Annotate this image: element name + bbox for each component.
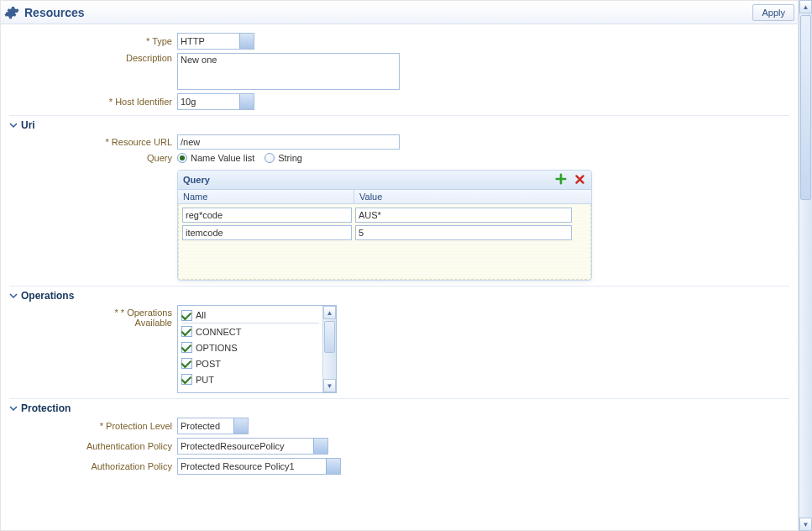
row-authn-policy: Authentication Policy ProtectedResourceP… — [9, 438, 789, 455]
checkbox-icon — [181, 310, 192, 321]
row-description: Description New one — [9, 53, 789, 90]
section-operations: Operations * Operations Available All — [9, 286, 789, 393]
protection-level-select[interactable]: Protected — [177, 418, 249, 434]
row-type: Type HTTP — [9, 33, 789, 50]
operations-scrollbar[interactable]: ▲ ▼ — [322, 306, 336, 392]
query-panel-header: Query — [178, 171, 591, 190]
label-authz-policy: Authorization Policy — [9, 461, 177, 471]
type-select[interactable]: HTTP — [177, 33, 254, 50]
scroll-up-button[interactable]: ▲ — [799, 0, 812, 13]
radio-string[interactable]: String — [265, 153, 302, 163]
query-value-input[interactable] — [355, 208, 572, 223]
radio-label: Name Value list — [191, 153, 254, 163]
label-protection-level: Protection Level — [9, 421, 177, 431]
query-panel-title: Query — [183, 175, 210, 185]
label-resource-url: Resource URL — [9, 137, 177, 147]
list-item[interactable]: OPTIONS — [181, 339, 319, 355]
table-row — [182, 225, 587, 240]
plus-icon — [555, 173, 567, 187]
label-type: Type — [9, 36, 177, 46]
scroll-thumb[interactable] — [324, 321, 335, 353]
close-icon — [574, 174, 585, 187]
scroll-down-button[interactable]: ▼ — [799, 518, 812, 531]
disclose-icon — [9, 292, 18, 300]
operations-item-label: POST — [196, 359, 221, 369]
query-value-input[interactable] — [355, 225, 572, 240]
query-col-value: Value — [354, 190, 591, 203]
operations-item-all[interactable]: All — [181, 308, 319, 323]
query-panel-actions — [554, 173, 586, 187]
list-item[interactable]: PUT — [181, 371, 319, 387]
row-host-identifier: Host Identifier 10g — [9, 93, 789, 110]
operations-item-label: OPTIONS — [196, 343, 238, 353]
section-protection-title: Protection — [21, 402, 71, 414]
gear-icon — [4, 5, 19, 20]
page-scrollbar[interactable]: ▲ ▼ — [799, 0, 812, 531]
add-row-button[interactable] — [554, 173, 568, 187]
label-description: Description — [9, 53, 177, 63]
section-protection-header[interactable]: Protection — [9, 402, 789, 414]
page-title: Resources — [24, 6, 85, 19]
query-body — [178, 204, 591, 280]
authz-policy-select[interactable]: Protected Resource Policy1 — [177, 458, 341, 475]
host-identifier-select[interactable]: 10g — [177, 93, 254, 110]
radio-icon — [265, 153, 275, 163]
section-protection: Protection Protection Level Protected Au… — [9, 398, 789, 475]
label-authn-policy: Authentication Policy — [9, 441, 177, 451]
host-identifier-select-wrap: 10g — [177, 93, 254, 110]
main-panel: Resources Apply Type HTTP Description Ne… — [0, 0, 799, 531]
table-row — [182, 208, 587, 223]
list-item[interactable]: POST — [181, 355, 319, 371]
authn-policy-select[interactable]: ProtectedResourcePolicy — [177, 438, 328, 455]
authz-policy-select-wrap: Protected Resource Policy1 — [177, 458, 341, 475]
row-authz-policy: Authorization Policy Protected Resource … — [9, 458, 789, 475]
checkbox-icon — [181, 342, 192, 353]
label-operations-available-line1: * Operations — [121, 308, 172, 318]
label-operations-available-line2: Available — [135, 318, 172, 328]
checkbox-icon — [181, 374, 192, 385]
section-uri-header[interactable]: Uri — [9, 119, 789, 131]
row-query-mode: Query Name Value list String — [9, 153, 789, 163]
row-resource-url: Resource URL — [9, 134, 789, 150]
query-columns: Name Value — [178, 190, 591, 204]
section-uri-title: Uri — [21, 119, 35, 131]
disclose-icon — [9, 121, 18, 129]
query-name-input[interactable] — [182, 208, 352, 223]
query-col-name: Name — [178, 190, 354, 203]
label-query: Query — [9, 153, 177, 163]
apply-button[interactable]: Apply — [752, 4, 794, 21]
section-uri: Uri Resource URL Query Name Value list S… — [9, 115, 789, 281]
resource-url-input[interactable] — [177, 134, 400, 150]
scroll-thumb[interactable] — [800, 15, 811, 200]
radio-label: String — [278, 153, 302, 163]
protection-level-select-wrap: Protected — [177, 418, 249, 434]
section-operations-title: Operations — [21, 290, 74, 302]
query-panel: Query — [177, 170, 592, 281]
checkbox-icon — [181, 326, 192, 337]
scroll-up-button[interactable]: ▲ — [323, 306, 336, 319]
radio-icon — [177, 153, 187, 163]
description-textarea[interactable]: New one — [177, 53, 400, 90]
page-header: Resources Apply — [1, 1, 798, 24]
operations-list: All CONNECT OPTIONS POST — [178, 306, 322, 392]
checkbox-icon — [181, 358, 192, 369]
delete-row-button[interactable] — [573, 173, 586, 187]
disclose-icon — [9, 404, 18, 413]
header-left: Resources — [4, 5, 85, 20]
row-protection-level: Protection Level Protected — [9, 418, 789, 434]
operations-item-label: CONNECT — [196, 327, 241, 337]
row-operations-available: * Operations Available All CONNECT — [9, 305, 789, 393]
operations-item-label: PUT — [196, 375, 214, 385]
section-operations-header[interactable]: Operations — [9, 290, 789, 302]
authn-policy-select-wrap: ProtectedResourcePolicy — [177, 438, 328, 455]
radio-name-value-list[interactable]: Name Value list — [177, 153, 254, 163]
query-name-input[interactable] — [182, 225, 352, 240]
apply-button-label: Apply — [762, 8, 785, 18]
type-select-wrap: HTTP — [177, 33, 254, 50]
content-area: Type HTTP Description New one Host Ident… — [1, 24, 798, 488]
list-item[interactable]: CONNECT — [181, 323, 319, 339]
label-host-identifier: Host Identifier — [9, 97, 177, 107]
operations-listbox: All CONNECT OPTIONS POST — [177, 305, 337, 393]
scroll-down-button[interactable]: ▼ — [323, 379, 336, 392]
operations-item-label: All — [196, 310, 206, 320]
